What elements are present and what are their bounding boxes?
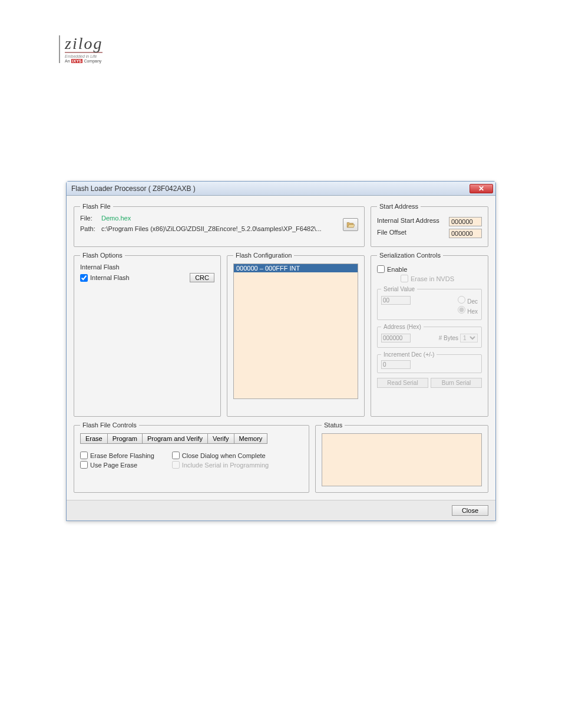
status-legend: Status (322, 421, 345, 429)
internal-flash-heading: Internal Flash (80, 263, 214, 271)
increment-group: Increment Dec (+/-) (377, 351, 482, 373)
serial-value-input (381, 296, 411, 305)
file-value: Demo.hex (101, 215, 131, 222)
memory-button[interactable]: Memory (234, 433, 268, 444)
address-legend: Address (Hex) (381, 324, 424, 330)
close-icon: ✕ (478, 185, 484, 193)
zilog-logo: zilog Embedded in Life An IXYS Company (59, 35, 118, 63)
logo-tagline-1: Embedded in Life (65, 54, 118, 58)
serialization-controls-group: Serialization Controls Enable Erase in N… (371, 252, 488, 417)
read-serial-button: Read Serial (377, 378, 428, 388)
erase-before-checkbox[interactable] (80, 452, 88, 459)
include-serial-checkbox (172, 461, 180, 469)
flash-options-legend: Flash Options (80, 252, 125, 259)
increment-input (381, 360, 411, 369)
file-offset-label: File Offset (377, 229, 406, 238)
close-dialog-label: Close Dialog when Complete (182, 452, 266, 459)
serial-value-group: Serial Value Dec Hex (377, 286, 482, 320)
serialization-enable-checkbox[interactable] (377, 265, 385, 273)
path-label: Path: (80, 225, 100, 232)
flash-file-legend: Flash File (80, 203, 113, 210)
internal-flash-checkbox[interactable] (80, 274, 88, 282)
logo-tagline-2: An IXYS Company (65, 59, 118, 63)
serialization-enable-label: Enable (387, 266, 407, 273)
window-close-button[interactable]: ✕ (470, 184, 493, 193)
flash-options-group: Flash Options Internal Flash Internal Fl… (74, 252, 221, 417)
status-group: Status (315, 421, 488, 493)
flash-configuration-group: Flash Configuration 000000 – 000FFF INT (227, 252, 365, 417)
increment-legend: Increment Dec (+/-) (381, 351, 437, 358)
bytes-select: 1 (460, 334, 478, 342)
status-output (322, 433, 482, 486)
program-verify-button[interactable]: Program and Verify (142, 433, 208, 444)
verify-button[interactable]: Verify (207, 433, 234, 444)
address-input (381, 334, 411, 342)
flash-file-group: Flash File File: Demo.hex Path: c:\Progr… (74, 203, 365, 247)
erase-nvds-checkbox (401, 275, 408, 282)
serial-value-legend: Serial Value (381, 286, 417, 292)
file-label: File: (80, 215, 100, 222)
dialog-footer: Close (67, 500, 495, 521)
erase-button[interactable]: Erase (80, 433, 108, 444)
file-offset-input[interactable] (449, 229, 482, 238)
logo-brand: zilog (65, 35, 103, 53)
flash-configuration-list[interactable]: 000000 – 000FFF INT (233, 263, 358, 399)
config-item-selected[interactable]: 000000 – 000FFF INT (234, 264, 358, 272)
serial-dec-radio (458, 296, 465, 304)
program-button[interactable]: Program (107, 433, 143, 444)
flash-loader-window: Flash Loader Processor ( Z8F042AXB ) ✕ F… (66, 181, 496, 521)
flash-file-controls-legend: Flash File Controls (80, 421, 139, 429)
erase-nvds-label: Erase in NVDS (411, 275, 454, 282)
include-serial-label: Include Serial in Programming (182, 462, 269, 469)
flash-file-controls-group: Flash File Controls Erase Program Progra… (74, 421, 309, 493)
close-dialog-checkbox[interactable] (172, 452, 180, 459)
address-group: Address (Hex) # Bytes 1 (377, 324, 482, 348)
internal-start-input[interactable] (449, 217, 482, 226)
titlebar[interactable]: Flash Loader Processor ( Z8F042AXB ) ✕ (67, 182, 495, 196)
use-page-erase-label: Use Page Erase (90, 462, 137, 469)
start-address-group: Start Address Internal Start Address Fil… (371, 203, 488, 247)
path-value: c:\Program Files (x86)\ZiLOG\ZDSII_Z8Enc… (101, 225, 358, 232)
folder-open-icon (346, 221, 355, 228)
erase-before-label: Erase Before Flashing (90, 452, 154, 459)
serial-hex-radio (458, 306, 465, 314)
close-button[interactable]: Close (452, 505, 488, 516)
internal-flash-checkbox-label: Internal Flash (90, 274, 130, 281)
crc-button[interactable]: CRC (190, 273, 214, 282)
internal-start-label: Internal Start Address (377, 217, 439, 226)
serialization-legend: Serialization Controls (377, 252, 443, 259)
browse-button[interactable] (343, 218, 358, 231)
burn-serial-button: Burn Serial (431, 378, 482, 388)
flash-configuration-legend: Flash Configuration (233, 252, 294, 259)
start-address-legend: Start Address (377, 203, 421, 210)
use-page-erase-checkbox[interactable] (80, 461, 88, 469)
window-title: Flash Loader Processor ( Z8F042AXB ) (71, 185, 196, 193)
